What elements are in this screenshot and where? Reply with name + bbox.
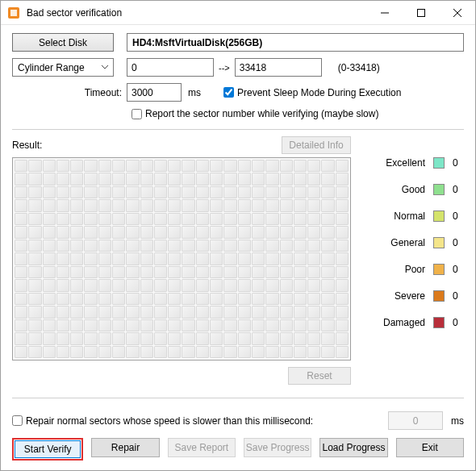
sector-cell — [336, 173, 349, 185]
load-progress-button[interactable]: Load Progress — [319, 438, 387, 457]
sector-cell — [196, 332, 209, 344]
result-label: Result: — [12, 140, 282, 151]
sector-cell — [168, 266, 181, 278]
legend-label: Normal — [394, 210, 425, 222]
select-disk-button[interactable]: Select Disk — [12, 33, 114, 52]
repair-slow-input[interactable] — [12, 415, 23, 426]
sector-cell — [336, 346, 349, 358]
legend-swatch — [433, 317, 445, 328]
result-area: Result: Detailed Info Reset Excellent0Go… — [12, 136, 464, 393]
sector-cell — [140, 346, 153, 358]
sector-cell — [140, 160, 153, 172]
sector-cell — [15, 173, 27, 185]
exit-button[interactable]: Exit — [396, 438, 464, 457]
sector-cell — [280, 226, 293, 238]
detailed-info-button: Detailed Info — [282, 136, 351, 154]
sector-cell — [321, 240, 334, 252]
sector-cell — [182, 199, 194, 211]
divider — [12, 129, 464, 130]
sector-cell — [15, 252, 27, 265]
sector-cell — [307, 332, 320, 344]
save-progress-button: Save Progress — [244, 438, 311, 457]
sector-cell — [154, 213, 167, 225]
sector-cell — [28, 306, 41, 318]
sector-cell — [126, 173, 139, 185]
sector-cell — [223, 160, 236, 172]
sector-cell — [294, 266, 307, 278]
report-sector-checkbox[interactable]: Report the sector number while verifying… — [132, 108, 378, 119]
sector-cell — [140, 266, 153, 278]
arrow-right-icon: --> — [219, 63, 230, 73]
repair-button[interactable]: Repair — [91, 438, 159, 457]
sector-cell — [28, 213, 41, 225]
sector-cell — [307, 213, 320, 225]
divider-2 — [12, 398, 464, 398]
sector-cell — [280, 252, 293, 265]
sector-cell — [43, 332, 56, 344]
sector-cell — [140, 332, 153, 344]
sector-cell — [140, 306, 153, 318]
sector-cell — [252, 332, 265, 344]
close-button[interactable] — [439, 1, 475, 25]
sector-cell — [321, 160, 334, 172]
sector-cell — [140, 252, 153, 265]
timeout-unit: ms — [188, 87, 201, 98]
sector-cell — [210, 332, 223, 344]
sector-cell — [336, 306, 349, 318]
maximize-button[interactable] — [403, 1, 439, 25]
sector-cell — [196, 226, 209, 238]
sector-cell — [168, 293, 181, 305]
range-from-input[interactable] — [127, 58, 214, 77]
report-sector-label: Report the sector number while verifying… — [145, 108, 378, 119]
sector-cell — [238, 293, 251, 305]
prevent-sleep-checkbox[interactable]: Prevent Sleep Mode During Execution — [223, 87, 401, 98]
sector-cell — [280, 293, 293, 305]
range-mode-dropdown[interactable]: Cylinder Range — [12, 58, 114, 77]
sector-cell — [196, 199, 209, 211]
start-verify-button[interactable]: Start Verify — [15, 440, 81, 458]
sector-cell — [238, 186, 251, 198]
sector-cell — [265, 279, 278, 291]
sector-cell — [98, 199, 111, 211]
sector-cell — [336, 160, 349, 172]
sector-cell — [112, 199, 125, 211]
sector-cell — [84, 332, 97, 344]
sector-cell — [112, 279, 125, 291]
sector-cell — [140, 279, 153, 291]
sector-cell — [307, 160, 320, 172]
sector-cell — [307, 173, 320, 185]
sector-cell — [28, 226, 41, 238]
sector-cell — [28, 199, 41, 211]
sector-cell — [98, 213, 111, 225]
sector-cell — [28, 293, 41, 305]
sector-cell — [321, 266, 334, 278]
sector-cell — [126, 293, 139, 305]
sector-cell — [126, 266, 139, 278]
sector-cell — [321, 199, 334, 211]
sector-cell — [182, 252, 194, 265]
report-sector-input[interactable] — [132, 109, 142, 119]
sector-cell — [28, 266, 41, 278]
save-report-button: Save Report — [168, 438, 236, 457]
sector-cell — [182, 332, 194, 344]
sector-cell — [265, 226, 278, 238]
sector-cell — [43, 279, 56, 291]
sector-cell — [70, 293, 83, 305]
sector-cell — [307, 306, 320, 318]
prevent-sleep-input[interactable] — [223, 87, 234, 98]
sector-cell — [265, 240, 278, 252]
timeout-input[interactable] — [127, 83, 182, 102]
window-title: Bad sector verification — [27, 7, 366, 19]
sector-cell — [84, 173, 97, 185]
sector-cell — [70, 332, 83, 344]
sector-cell — [252, 293, 265, 305]
sector-cell — [112, 226, 125, 238]
sector-cell — [280, 332, 293, 344]
repair-slow-checkbox[interactable]: Repair normal sectors whose speed is slo… — [12, 415, 388, 427]
range-to-input[interactable] — [235, 58, 322, 77]
minimize-button[interactable] — [366, 1, 403, 25]
sector-cell — [70, 319, 83, 331]
sector-cell — [112, 213, 125, 225]
sector-cell — [126, 240, 139, 252]
disk-name: HD4:MsftVirtualDisk(256GB) — [132, 37, 262, 48]
